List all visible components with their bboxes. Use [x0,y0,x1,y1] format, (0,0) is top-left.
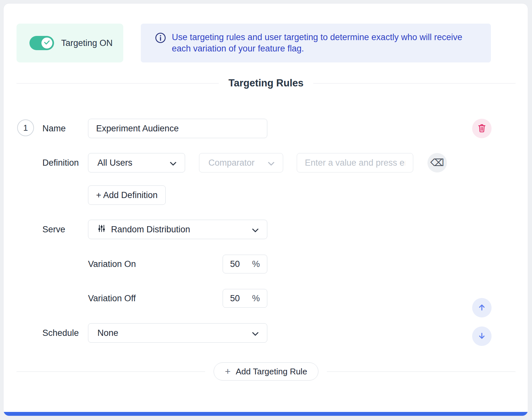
toggle-knob [41,38,52,49]
definition-property-select[interactable]: All Users [88,153,185,172]
targeting-panel: Targeting ON Use targeting rules and use… [3,3,528,416]
check-icon [44,40,50,46]
rule-number-badge: 1 [17,119,34,136]
comparator-select[interactable]: Comparator [199,153,283,172]
trash-icon [478,124,486,134]
percent-suffix: % [252,293,260,304]
comparator-placeholder: Comparator [208,158,255,168]
divider-line [17,83,219,83]
info-text: Use targeting rules and user targeting t… [172,32,479,54]
variation-off-input[interactable] [230,293,249,304]
add-definition-button[interactable]: + Add Definition [88,185,166,205]
serve-label: Serve [42,220,65,239]
variation-off-label: Variation Off [88,289,136,308]
info-banner: Use targeting rules and user targeting t… [141,24,491,62]
clear-definition-button[interactable]: ⌫ [427,153,447,172]
variation-on-input[interactable] [230,259,249,269]
name-label: Name [42,119,66,138]
arrow-up-icon [478,303,486,313]
targeting-toggle[interactable] [29,36,54,50]
percent-suffix: % [252,259,260,269]
toggle-label: Targeting ON [61,38,113,48]
schedule-value: None [97,328,118,338]
chevron-down-icon [170,158,176,168]
add-rule-label: Add Targeting Rule [236,367,307,377]
add-targeting-rule-button[interactable]: + Add Targeting Rule [214,362,318,381]
serve-select[interactable]: Random Distribution [88,220,267,239]
section-divider: Targeting Rules [17,77,515,90]
variation-on-field: % [223,255,267,273]
backspace-icon: ⌫ [430,158,444,168]
definition-value-input[interactable] [297,153,413,172]
variation-off-field: % [223,289,267,308]
update-bar-partial[interactable] [4,412,528,416]
section-title: Targeting Rules [219,77,313,89]
divider-line [17,371,205,372]
variation-on-label: Variation On [88,255,136,273]
move-rule-down-button[interactable] [472,326,492,346]
arrow-down-icon [478,332,486,341]
schedule-label: Schedule [42,323,79,343]
name-input[interactable] [88,119,267,138]
targeting-toggle-card: Targeting ON [17,24,123,62]
divider-line [313,83,515,83]
chevron-down-icon [252,328,259,338]
info-icon [155,32,166,45]
plus-icon: + [225,367,231,376]
schedule-select[interactable]: None [88,323,267,343]
definition-label: Definition [42,153,79,172]
delete-rule-button[interactable] [472,119,492,138]
sliders-icon [97,224,106,235]
divider-line [327,371,515,372]
move-rule-up-button[interactable] [472,298,492,317]
chevron-down-icon [268,158,274,168]
serve-value: Random Distribution [111,225,190,235]
chevron-down-icon [252,225,259,235]
definition-property-value: All Users [97,158,132,168]
add-rule-divider: + Add Targeting Rule [17,362,515,381]
